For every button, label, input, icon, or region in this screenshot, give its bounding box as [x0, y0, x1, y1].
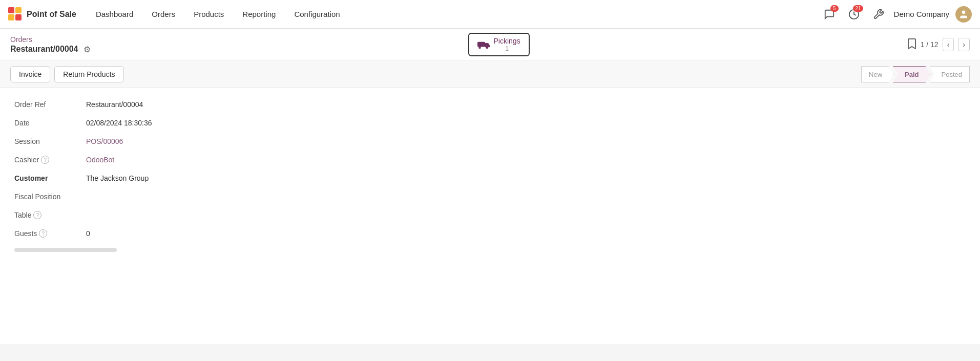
bookmark-button[interactable] [907, 38, 916, 52]
cashier-help-icon[interactable]: ? [41, 156, 49, 164]
main-form: Order Ref Restaurant/00004 Date 02/08/20… [0, 88, 980, 344]
table-label: Table ? [14, 211, 86, 219]
fiscal-row: Fiscal Position [14, 193, 966, 201]
wrench-icon [873, 9, 884, 20]
customer-label: Customer [14, 174, 86, 182]
order-ref-label: Order Ref [14, 100, 86, 109]
status-posted[interactable]: Posted [930, 66, 970, 82]
pickings-count: 1 [494, 45, 520, 52]
activities-badge: 21 [853, 5, 863, 12]
guests-row: Guests ? 0 [14, 229, 966, 238]
record-title: Restaurant/00004 [10, 45, 78, 54]
prev-record-button[interactable]: ‹ [943, 38, 954, 51]
record-nav: 1 / 12 ‹ › [907, 38, 970, 52]
svg-point-5 [962, 10, 966, 14]
customer-row: Customer The Jackson Group [14, 174, 966, 182]
order-ref-value: Restaurant/00004 [86, 100, 143, 109]
brand-logo[interactable]: Point of Sale [8, 7, 76, 22]
nav-dashboard[interactable]: Dashboard [89, 6, 140, 23]
date-label: Date [14, 119, 86, 127]
messages-badge: 5 [830, 5, 839, 12]
scroll-indicator [14, 248, 117, 252]
status-pipeline: New Paid Posted [862, 66, 970, 82]
invoice-button[interactable]: Invoice [10, 66, 50, 82]
sub-bar: Orders Restaurant/00004 ⚙ Pickings 1 [0, 29, 980, 61]
app-title: Point of Sale [27, 10, 76, 19]
return-products-button[interactable]: Return Products [54, 66, 123, 82]
fiscal-label: Fiscal Position [14, 193, 86, 201]
date-row: Date 02/08/2024 18:30:36 [14, 119, 966, 127]
session-value[interactable]: POS/00006 [86, 137, 123, 145]
nav-orders[interactable]: Orders [144, 6, 182, 23]
nav-reporting[interactable]: Reporting [235, 6, 283, 23]
guests-value: 0 [86, 229, 90, 238]
cashier-label: Cashier ? [14, 156, 86, 164]
session-label: Session [14, 137, 86, 145]
session-row: Session POS/00006 [14, 137, 966, 145]
svg-rect-6 [477, 42, 485, 47]
pager-text: 1 / 12 [921, 40, 939, 49]
customer-value: The Jackson Group [86, 174, 149, 182]
nav-products[interactable]: Products [186, 6, 231, 23]
pickings-area: Pickings 1 [97, 33, 901, 56]
cashier-value[interactable]: OdooBot [86, 156, 114, 164]
svg-rect-3 [15, 14, 22, 20]
breadcrumb-area: Orders Restaurant/00004 ⚙ [10, 35, 91, 54]
avatar-icon [958, 9, 969, 19]
pickings-button[interactable]: Pickings 1 [468, 33, 530, 56]
pickings-info: Pickings 1 [494, 37, 520, 52]
brand-icon [8, 7, 23, 22]
nav-right-area: 5 21 Demo Company [820, 5, 972, 24]
cashier-row: Cashier ? OdooBot [14, 156, 966, 164]
action-bar: Invoice Return Products New Paid Posted [0, 61, 980, 88]
status-paid[interactable]: Paid [893, 66, 930, 82]
status-new[interactable]: New [861, 66, 894, 82]
svg-rect-2 [8, 14, 14, 20]
svg-rect-1 [15, 7, 22, 13]
svg-point-8 [486, 47, 488, 49]
table-help-icon[interactable]: ? [33, 211, 41, 219]
messages-button[interactable]: 5 [820, 5, 839, 24]
date-value: 02/08/2024 18:30:36 [86, 119, 152, 127]
order-ref-row: Order Ref Restaurant/00004 [14, 100, 966, 109]
bookmark-icon [907, 38, 916, 49]
settings-button[interactable] [869, 5, 888, 24]
pickings-label: Pickings [494, 37, 520, 45]
svg-rect-0 [8, 7, 14, 13]
svg-point-7 [478, 47, 481, 49]
guests-label: Guests ? [14, 229, 86, 238]
table-row: Table ? [14, 211, 966, 219]
activities-button[interactable]: 21 [845, 5, 863, 24]
breadcrumb-orders[interactable]: Orders [10, 35, 91, 44]
guests-help-icon[interactable]: ? [39, 229, 47, 238]
settings-gear-icon[interactable]: ⚙ [84, 45, 91, 54]
next-record-button[interactable]: › [958, 38, 970, 51]
user-avatar[interactable] [955, 6, 972, 23]
truck-icon [477, 40, 490, 49]
nav-configuration[interactable]: Configuration [287, 6, 347, 23]
company-name: Demo Company [894, 10, 949, 18]
top-navigation: Point of Sale Dashboard Orders Products … [0, 0, 980, 29]
